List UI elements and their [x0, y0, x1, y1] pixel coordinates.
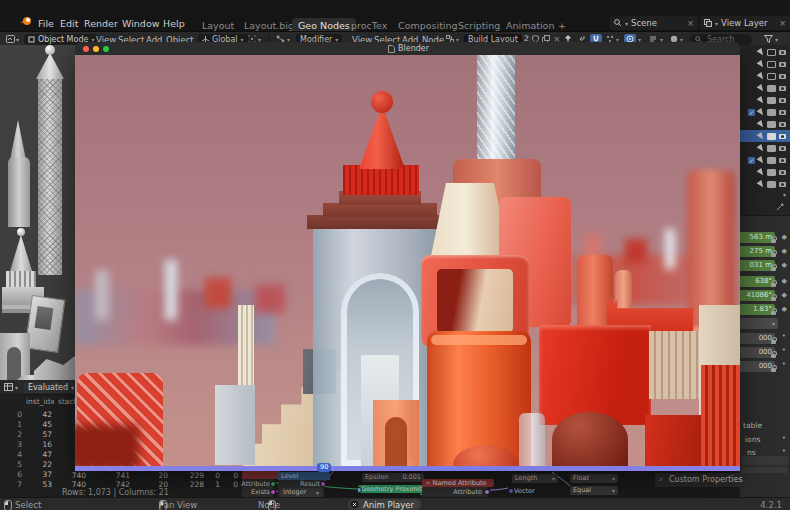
disable-render-icon[interactable]	[779, 62, 786, 67]
disable-render-icon[interactable]	[779, 110, 786, 115]
lock-icon[interactable]	[771, 263, 776, 273]
column-header-inst-idx[interactable]: inst_idx	[26, 397, 55, 406]
minimize-window-button[interactable]	[93, 46, 99, 52]
keyframe-icon[interactable]: ◆	[782, 291, 787, 299]
lock-icon[interactable]	[771, 279, 776, 289]
cell[interactable]: 45	[28, 420, 52, 429]
disable-render-icon[interactable]	[779, 98, 786, 103]
selectable-icon[interactable]	[757, 59, 766, 68]
keyframe-dot-icon[interactable]: •	[782, 434, 786, 442]
hide-viewport-icon[interactable]	[767, 85, 776, 92]
anim-player-chip[interactable]: Anim Player	[348, 499, 421, 510]
outliner-row-selected[interactable]	[740, 130, 790, 142]
hide-viewport-icon[interactable]	[767, 121, 776, 128]
render-window[interactable]: Blender	[75, 42, 740, 471]
hide-viewport-icon[interactable]	[767, 145, 776, 152]
lock-icon[interactable]	[771, 364, 776, 374]
vector-math-node-body[interactable]: Vector	[512, 486, 552, 497]
scene-selector[interactable]: ▾ Scene ×	[610, 16, 698, 30]
compare-type-dropdown[interactable]: Float▾	[570, 474, 618, 483]
cell[interactable]: 42	[28, 410, 52, 419]
collapsed-panel[interactable]	[742, 456, 788, 465]
outliner-row[interactable]	[740, 58, 790, 70]
disable-render-icon[interactable]	[779, 170, 786, 175]
menu-help[interactable]: Help	[163, 18, 185, 29]
disable-render-icon[interactable]	[779, 50, 786, 55]
blender-logo-icon[interactable]	[20, 16, 32, 26]
hide-viewport-icon[interactable]	[767, 109, 776, 116]
lock-icon[interactable]	[771, 307, 776, 317]
socket-out[interactable]	[484, 489, 490, 495]
keyframe-dot-icon[interactable]: •	[782, 346, 786, 354]
compare-operation-dropdown[interactable]: Equal▾	[570, 486, 618, 495]
render-image[interactable]	[75, 55, 740, 466]
outliner-row[interactable]: ✓	[740, 154, 790, 166]
disable-render-icon[interactable]	[779, 86, 786, 91]
close-window-button[interactable]	[83, 46, 89, 52]
keyframe-icon[interactable]: ◆	[782, 305, 787, 313]
outliner-row[interactable]	[740, 82, 790, 94]
lock-icon[interactable]	[771, 350, 776, 360]
hide-viewport-icon[interactable]	[767, 157, 776, 164]
geometry-proximity-node-header[interactable]: Geometry Proximity	[358, 485, 426, 493]
selectable-icon[interactable]	[757, 131, 766, 140]
remove-view-layer-icon[interactable]: ×	[779, 18, 786, 28]
outliner-row[interactable]	[740, 142, 790, 154]
disable-render-icon[interactable]	[779, 182, 786, 187]
outliner-row[interactable]	[740, 166, 790, 178]
hide-viewport-icon[interactable]	[767, 97, 776, 104]
filter-funnel-icon[interactable]	[764, 35, 773, 43]
proximity-epsilon-field[interactable]: Epsilon 0.001	[362, 473, 424, 482]
disable-render-icon[interactable]	[779, 74, 786, 79]
selectable-icon[interactable]	[757, 143, 766, 152]
outliner-row[interactable]	[740, 178, 790, 190]
named-attribute-node-body[interactable]: Attribute	[422, 487, 488, 497]
keyframe-icon[interactable]: ◆	[782, 261, 787, 269]
attribute-node-body[interactable]: Attribute Exists	[242, 479, 274, 497]
level-node-header[interactable]: Level	[278, 472, 330, 480]
properties-editor[interactable]: 563 m ◆ 275 m ◆ 031 m ◆ 638° ◆ 41086° ◆ …	[740, 215, 790, 498]
socket-out[interactable]	[270, 481, 276, 487]
selectable-icon[interactable]	[757, 119, 766, 128]
keyframe-icon[interactable]: ◆	[782, 277, 787, 285]
render-progress-bar[interactable]: 90	[75, 466, 740, 471]
keyframe-dot-icon[interactable]: •	[782, 360, 786, 368]
level-node-body[interactable]: Result Integer▾	[278, 480, 324, 497]
cell[interactable]: 47	[28, 450, 52, 459]
outliner[interactable]: ✓ ✓ ▾	[740, 45, 790, 215]
outliner-row[interactable]	[740, 94, 790, 106]
disable-render-icon[interactable]	[779, 134, 786, 139]
socket-out[interactable]	[320, 481, 326, 487]
selectable-icon[interactable]	[757, 155, 766, 164]
disable-render-icon[interactable]	[779, 122, 786, 127]
keyframe-icon[interactable]: ◆	[782, 233, 787, 241]
lock-icon[interactable]	[771, 235, 776, 245]
collection-checkbox[interactable]: ✓	[748, 109, 755, 116]
lock-icon[interactable]	[771, 293, 776, 303]
spreadsheet-icon[interactable]	[4, 383, 13, 391]
dataset-dropdown[interactable]: Evaluated ▾	[24, 382, 78, 393]
hide-viewport-icon[interactable]	[767, 49, 776, 56]
selectable-icon[interactable]	[757, 47, 766, 56]
disable-render-icon[interactable]	[779, 146, 786, 151]
selectable-icon[interactable]	[757, 179, 766, 188]
vector-math-operation-dropdown[interactable]: Length▾	[512, 474, 558, 483]
custom-properties-panel[interactable]: › Custom Properties	[655, 473, 790, 487]
socket-in[interactable]	[508, 488, 514, 494]
stop-player-icon[interactable]	[350, 500, 359, 509]
view-layer-selector[interactable]: ▾ View Layer ×	[700, 16, 790, 30]
cell[interactable]: 22	[28, 460, 52, 469]
hide-viewport-icon[interactable]	[767, 73, 776, 80]
cell[interactable]: 16	[28, 440, 52, 449]
outliner-row[interactable]	[740, 118, 790, 130]
keyframe-dot-icon[interactable]: •	[782, 447, 786, 455]
menu-window[interactable]: Window	[122, 18, 159, 29]
hide-viewport-icon[interactable]	[767, 61, 776, 68]
selectable-icon[interactable]	[757, 83, 766, 92]
menu-render[interactable]: Render	[84, 18, 118, 29]
hide-viewport-icon[interactable]	[767, 133, 776, 140]
hide-viewport-icon[interactable]	[767, 181, 776, 188]
keyframe-dot-icon[interactable]: •	[782, 332, 786, 340]
lock-icon[interactable]	[771, 336, 776, 346]
selectable-icon[interactable]	[757, 167, 766, 176]
